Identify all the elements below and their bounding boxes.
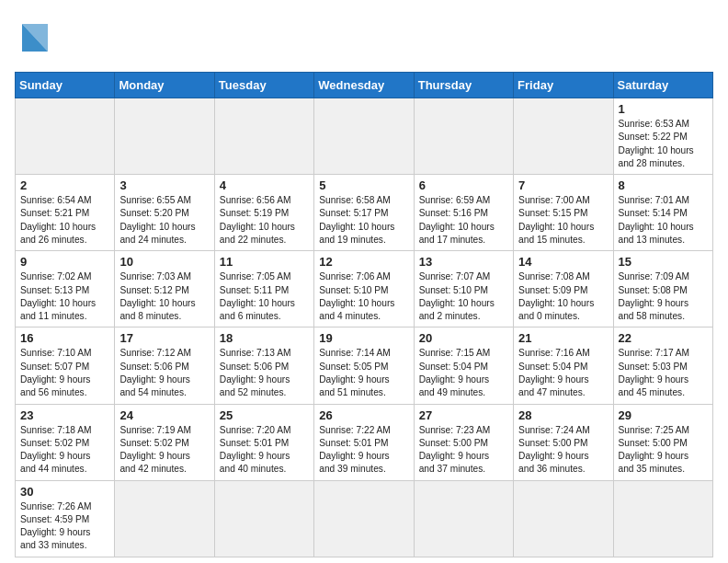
sun-info: Sunrise: 7:12 AM Sunset: 5:06 PM Dayligh… [119, 347, 209, 399]
sun-info: Sunrise: 7:01 AM Sunset: 5:14 PM Dayligh… [619, 194, 708, 247]
day-number: 13 [419, 255, 508, 269]
sun-info: Sunrise: 7:16 AM Sunset: 5:04 PM Dayligh… [518, 347, 608, 399]
day-number: 14 [518, 255, 608, 269]
calendar-cell: 17Sunrise: 7:12 AM Sunset: 5:06 PM Dayli… [115, 327, 214, 404]
day-number: 10 [119, 255, 209, 269]
day-number: 1 [619, 102, 708, 116]
calendar-week-row: 1Sunrise: 6:53 AM Sunset: 5:22 PM Daylig… [16, 98, 713, 175]
sun-info: Sunrise: 6:53 AM Sunset: 5:22 PM Dayligh… [619, 118, 708, 170]
logo [15, 15, 72, 61]
sun-info: Sunrise: 7:08 AM Sunset: 5:09 PM Dayligh… [518, 270, 608, 323]
weekday-friday: Friday [514, 73, 613, 98]
sun-info: Sunrise: 7:13 AM Sunset: 5:06 PM Dayligh… [220, 347, 309, 399]
weekday-sunday: Sunday [16, 73, 115, 98]
day-number: 6 [419, 178, 508, 192]
calendar-cell: 21Sunrise: 7:16 AM Sunset: 5:04 PM Dayli… [514, 327, 613, 404]
day-number: 30 [20, 485, 109, 499]
calendar-cell [314, 480, 414, 557]
day-number: 29 [619, 408, 708, 422]
day-number: 26 [319, 408, 408, 422]
calendar-cell: 7Sunrise: 7:00 AM Sunset: 5:15 PM Daylig… [514, 175, 613, 251]
calendar-cell: 10Sunrise: 7:03 AM Sunset: 5:12 PM Dayli… [115, 251, 214, 327]
sun-info: Sunrise: 7:19 AM Sunset: 5:02 PM Dayligh… [119, 424, 209, 477]
day-number: 16 [20, 331, 109, 345]
sun-info: Sunrise: 7:25 AM Sunset: 5:00 PM Dayligh… [619, 424, 708, 477]
calendar-cell [214, 480, 313, 557]
calendar-cell: 3Sunrise: 6:55 AM Sunset: 5:20 PM Daylig… [115, 175, 214, 251]
calendar-cell [414, 480, 513, 557]
calendar-week-row: 30Sunrise: 7:26 AM Sunset: 4:59 PM Dayli… [16, 480, 713, 557]
day-number: 19 [319, 331, 408, 345]
calendar-cell: 25Sunrise: 7:20 AM Sunset: 5:01 PM Dayli… [214, 404, 313, 480]
calendar-cell: 22Sunrise: 7:17 AM Sunset: 5:03 PM Dayli… [613, 327, 712, 404]
sun-info: Sunrise: 7:00 AM Sunset: 5:15 PM Dayligh… [518, 194, 608, 247]
calendar-cell: 2Sunrise: 6:54 AM Sunset: 5:21 PM Daylig… [16, 175, 115, 251]
calendar-cell: 18Sunrise: 7:13 AM Sunset: 5:06 PM Dayli… [214, 327, 313, 404]
sun-info: Sunrise: 7:02 AM Sunset: 5:13 PM Dayligh… [20, 270, 109, 323]
sun-info: Sunrise: 7:18 AM Sunset: 5:02 PM Dayligh… [20, 424, 109, 477]
calendar-week-row: 16Sunrise: 7:10 AM Sunset: 5:07 PM Dayli… [16, 327, 713, 404]
calendar-cell: 8Sunrise: 7:01 AM Sunset: 5:14 PM Daylig… [613, 175, 712, 251]
calendar-cell: 9Sunrise: 7:02 AM Sunset: 5:13 PM Daylig… [16, 251, 115, 327]
weekday-wednesday: Wednesday [314, 73, 414, 98]
calendar-cell: 13Sunrise: 7:07 AM Sunset: 5:10 PM Dayli… [414, 251, 513, 327]
sun-info: Sunrise: 6:59 AM Sunset: 5:16 PM Dayligh… [419, 194, 508, 247]
weekday-tuesday: Tuesday [214, 73, 313, 98]
sun-info: Sunrise: 6:56 AM Sunset: 5:19 PM Dayligh… [220, 194, 309, 247]
sun-info: Sunrise: 7:03 AM Sunset: 5:12 PM Dayligh… [119, 270, 209, 323]
day-number: 24 [119, 408, 209, 422]
calendar-cell: 5Sunrise: 6:58 AM Sunset: 5:17 PM Daylig… [314, 175, 414, 251]
sun-info: Sunrise: 7:09 AM Sunset: 5:08 PM Dayligh… [619, 270, 708, 323]
sun-info: Sunrise: 7:23 AM Sunset: 5:00 PM Dayligh… [419, 424, 508, 477]
day-number: 9 [20, 255, 109, 269]
calendar-cell: 26Sunrise: 7:22 AM Sunset: 5:01 PM Dayli… [314, 404, 414, 480]
weekday-monday: Monday [115, 73, 214, 98]
day-number: 21 [518, 331, 608, 345]
day-number: 4 [220, 178, 309, 192]
calendar-cell: 11Sunrise: 7:05 AM Sunset: 5:11 PM Dayli… [214, 251, 313, 327]
sun-info: Sunrise: 7:14 AM Sunset: 5:05 PM Dayligh… [319, 347, 408, 399]
day-number: 28 [518, 408, 608, 422]
sun-info: Sunrise: 6:58 AM Sunset: 5:17 PM Dayligh… [319, 194, 408, 247]
calendar-body: 1Sunrise: 6:53 AM Sunset: 5:22 PM Daylig… [16, 98, 713, 557]
calendar-week-row: 2Sunrise: 6:54 AM Sunset: 5:21 PM Daylig… [16, 175, 713, 251]
calendar-cell [414, 98, 513, 175]
calendar-week-row: 23Sunrise: 7:18 AM Sunset: 5:02 PM Dayli… [16, 404, 713, 480]
calendar-cell [115, 480, 214, 557]
calendar-cell: 24Sunrise: 7:19 AM Sunset: 5:02 PM Dayli… [115, 404, 214, 480]
sun-info: Sunrise: 7:22 AM Sunset: 5:01 PM Dayligh… [319, 424, 408, 477]
day-number: 27 [419, 408, 508, 422]
sun-info: Sunrise: 7:06 AM Sunset: 5:10 PM Dayligh… [319, 270, 408, 323]
day-number: 12 [319, 255, 408, 269]
calendar-cell: 4Sunrise: 6:56 AM Sunset: 5:19 PM Daylig… [214, 175, 313, 251]
weekday-saturday: Saturday [613, 73, 712, 98]
calendar-cell [16, 98, 115, 175]
calendar-cell: 6Sunrise: 6:59 AM Sunset: 5:16 PM Daylig… [414, 175, 513, 251]
sun-info: Sunrise: 6:55 AM Sunset: 5:20 PM Dayligh… [119, 194, 209, 247]
sun-info: Sunrise: 7:26 AM Sunset: 4:59 PM Dayligh… [20, 500, 109, 553]
sun-info: Sunrise: 6:54 AM Sunset: 5:21 PM Dayligh… [20, 194, 109, 247]
day-number: 5 [319, 178, 408, 192]
day-number: 11 [220, 255, 309, 269]
day-number: 15 [619, 255, 708, 269]
calendar-cell: 23Sunrise: 7:18 AM Sunset: 5:02 PM Dayli… [16, 404, 115, 480]
day-number: 2 [20, 178, 109, 192]
calendar-cell: 14Sunrise: 7:08 AM Sunset: 5:09 PM Dayli… [514, 251, 613, 327]
calendar-cell: 19Sunrise: 7:14 AM Sunset: 5:05 PM Dayli… [314, 327, 414, 404]
day-number: 17 [119, 331, 209, 345]
calendar-cell: 29Sunrise: 7:25 AM Sunset: 5:00 PM Dayli… [613, 404, 712, 480]
calendar-cell [514, 98, 613, 175]
calendar-cell: 16Sunrise: 7:10 AM Sunset: 5:07 PM Dayli… [16, 327, 115, 404]
page-header [15, 15, 713, 61]
day-number: 20 [419, 331, 508, 345]
sun-info: Sunrise: 7:17 AM Sunset: 5:03 PM Dayligh… [619, 347, 708, 399]
sun-info: Sunrise: 7:10 AM Sunset: 5:07 PM Dayligh… [20, 347, 109, 399]
calendar-cell [314, 98, 414, 175]
calendar-cell [214, 98, 313, 175]
sun-info: Sunrise: 7:24 AM Sunset: 5:00 PM Dayligh… [518, 424, 608, 477]
day-number: 18 [220, 331, 309, 345]
sun-info: Sunrise: 7:15 AM Sunset: 5:04 PM Dayligh… [419, 347, 508, 399]
weekday-thursday: Thursday [414, 73, 513, 98]
day-number: 25 [220, 408, 309, 422]
sun-info: Sunrise: 7:20 AM Sunset: 5:01 PM Dayligh… [220, 424, 309, 477]
